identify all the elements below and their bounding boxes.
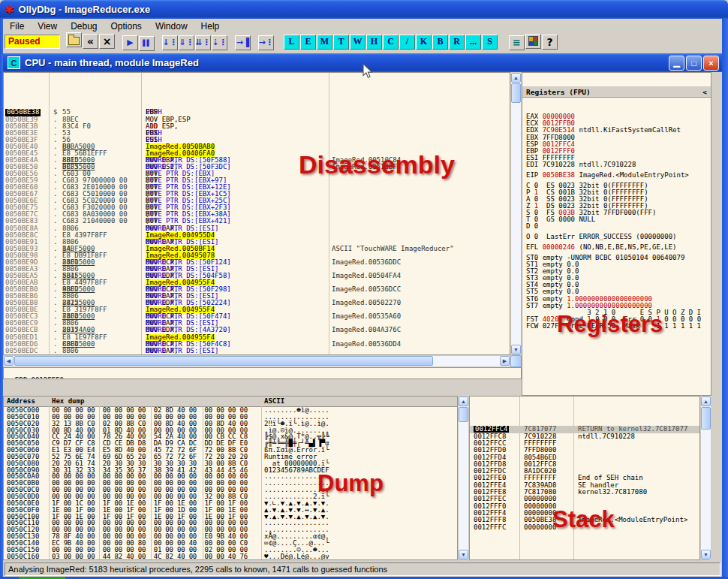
register-line[interactable]: EIP 0050BE38 ImageRed.<ModuleEntryPoint> [526, 172, 711, 179]
register-line[interactable]: O 0 LastErr ERROR_SUCCESS (00000000) [526, 234, 711, 240]
scroll-down-icon[interactable]: ▼ [701, 550, 711, 559]
windows-window-button[interactable]: W [350, 35, 366, 50]
window-frame-right [722, 19, 728, 577]
animate-into-button[interactable]: ⇊⋮ [195, 35, 211, 50]
menu-window[interactable]: Window [149, 20, 194, 32]
info-pane[interactable]: EBP=0012FFF0 [3, 367, 522, 379]
stack-vscrollbar[interactable]: ▲ ▼ [700, 396, 711, 560]
mouse-cursor [362, 63, 373, 83]
animate-over-button[interactable]: ⇣⋮ [212, 35, 227, 50]
menu-debug[interactable]: Debug [64, 20, 104, 32]
scroll-up-icon[interactable]: ▲ [701, 397, 711, 406]
maximize-button[interactable]: □ [686, 56, 702, 71]
dump-header-hex: Hex dump [52, 398, 84, 405]
toolbar-letter-buttons: LEMTWHC/KBR...S [284, 34, 498, 50]
toolbar-right-buttons: ≡? [509, 34, 558, 50]
scroll-up-icon[interactable]: ▲ [511, 73, 521, 83]
annotation-disassembly: Disassembly [299, 150, 455, 179]
executables-window-button[interactable]: E [300, 35, 316, 50]
disasm-row[interactable]: 0050BE3B.83C4 F0ADD ESP,-10 [4, 123, 510, 130]
dump-row[interactable]: 0050C16003 00 00 00 44 82 40 00 4C 82 40… [4, 553, 457, 560]
restart-button[interactable]: « [83, 34, 98, 49]
cpu-window-button[interactable]: C [383, 35, 399, 50]
breakpoints-window-button[interactable]: B [432, 35, 448, 50]
annotation-dump: Dump [317, 470, 384, 497]
cpu-window-icon: C [8, 56, 20, 69]
disasm-row[interactable]: 0050BEC3.8B0D 74F45000MOV ECX,DWORD PTR … [4, 313, 510, 320]
info-pane-text: EBP=0012FFF0 [15, 376, 64, 379]
minimize-button[interactable]: ▁ [669, 56, 684, 71]
call-stack-window-button[interactable]: K [416, 35, 432, 50]
dump-header-ascii: ASCII [264, 398, 284, 405]
menu-view[interactable]: View [31, 20, 64, 32]
register-line[interactable]: D 0 [526, 223, 711, 230]
disasm-row[interactable]: 0050BE8C.E8 4397F8FFCALL ImageRed.004955… [4, 232, 510, 239]
menu-bar: FileViewDebugOptionsWindowHelp [3, 19, 722, 32]
folder-icon [68, 37, 80, 45]
help-button[interactable]: ? [542, 35, 558, 50]
disasm-row[interactable]: 0050BE3E.53PUSH EBX [4, 130, 510, 137]
disasm-row[interactable]: 0050BE9D.8B0D 24F15000MOV ECX,DWORD PTR … [4, 259, 510, 266]
appearance-button[interactable] [525, 34, 541, 49]
execute-till-return-button[interactable]: →▐ [235, 35, 251, 50]
disasm-row[interactable]: 0050BEB0.8B0D 98F25000MOV ECX,DWORD PTR … [4, 286, 510, 293]
registers-header-label: Registers (FPU) [526, 89, 591, 95]
scroll-up-icon[interactable]: ▲ [459, 397, 468, 406]
register-line[interactable]: EDI 7C910228 ntdll.7C910228 [526, 161, 711, 168]
run-button[interactable]: ▶ [122, 35, 138, 50]
threads-window-button[interactable]: T [333, 35, 349, 50]
disassembly-hscrollbar[interactable]: ◀ ▶ [3, 355, 510, 367]
disasm-row[interactable]: 0050BE38$55PUSH EBP [4, 109, 510, 116]
log-window-button[interactable]: L [284, 35, 299, 50]
annotation-registers: Registers [557, 311, 663, 338]
dump-vscrollbar[interactable]: ▲ ▼ [458, 396, 469, 560]
scroll-down-icon[interactable]: ▼ [511, 345, 521, 354]
annotation-stack: Stack [552, 506, 615, 533]
window-frame-left [0, 19, 3, 577]
color-grid-icon [528, 36, 538, 46]
source-window-button[interactable]: S [482, 35, 498, 50]
scroll-thumb[interactable] [511, 83, 521, 103]
close-button[interactable]: × [703, 56, 719, 71]
windows-list-button[interactable]: ≡ [509, 35, 525, 50]
register-line[interactable]: EFL 00000246 (NO,NB,E,BE,NS,PE,GE,LE) [526, 244, 711, 251]
close-program-button[interactable]: × [99, 34, 115, 49]
scroll-down-icon[interactable]: ▼ [459, 550, 468, 559]
pause-button[interactable]: ▌▌ [139, 36, 155, 51]
run-trace-window-button[interactable]: ... [465, 35, 481, 50]
collapse-icon[interactable]: < [702, 89, 707, 95]
menu-help[interactable]: Help [194, 20, 227, 32]
step-into-button[interactable]: ↓⋮ [162, 35, 178, 50]
disasm-row[interactable]: 0050BED6.8B0D C8F45000MOV ECX,DWORD PTR … [4, 341, 510, 348]
memory-window-button[interactable]: M [317, 35, 332, 50]
status-bar: Analysing ImageRed: 5183 heuristical pro… [3, 562, 722, 577]
toolbar-icon-buttons: «×▶▌▌↓⋮⇓⋮⇊⋮⇣⋮→▐→⋮ [66, 32, 275, 51]
disassembly-vscrollbar[interactable]: ▲ ▼ [510, 72, 522, 355]
patches-window-button[interactable]: / [399, 35, 415, 50]
registers-pane[interactable]: Registers (FPU) < EAX 00000000ECX 0012FF… [522, 72, 711, 396]
scroll-left-icon[interactable]: ◀ [4, 356, 14, 366]
stack-pane[interactable]: 0012FFC47C817077RETURN to kernel32.7C817… [469, 396, 700, 560]
dump-header: Address Hex dump ASCII [4, 397, 457, 407]
references-window-button[interactable]: R [449, 35, 465, 50]
dump-header-address: Address [7, 398, 35, 405]
menu-file[interactable]: File [3, 20, 31, 32]
disassembly-pane[interactable]: 0050BE38$55PUSH EBP0050BE39.8BECMOV EBP,… [3, 72, 510, 355]
scroll-thumb[interactable] [14, 356, 433, 366]
menu-options[interactable]: Options [104, 20, 149, 32]
window-title: OllyDbg - ImageReducer.exe [19, 4, 151, 15]
go-to-button[interactable]: →⋮ [258, 35, 274, 50]
registers-header: Registers (FPU) < [522, 86, 711, 98]
dump-pane[interactable]: Address Hex dump ASCII 0050C00000 00 00 … [3, 396, 458, 560]
open-file-button[interactable] [66, 32, 82, 47]
register-line[interactable]: T 0 GS 0000 NULL [526, 216, 711, 223]
scroll-thumb[interactable] [701, 407, 711, 430]
handles-window-button[interactable]: H [366, 35, 382, 50]
scroll-thumb[interactable] [459, 407, 468, 422]
scroll-right-icon[interactable]: ▶ [500, 356, 510, 366]
disasm-row[interactable]: 0050BE83.C683 21040000 00MOV BYTE PTR DS… [4, 218, 510, 225]
ollydbg-logo-icon: ✱ [5, 3, 14, 17]
step-over-button[interactable]: ⇓⋮ [179, 35, 194, 50]
scrollbar-corner [510, 355, 522, 367]
main-titlebar[interactable]: ✱ OllyDbg - ImageReducer.exe [0, 0, 728, 19]
